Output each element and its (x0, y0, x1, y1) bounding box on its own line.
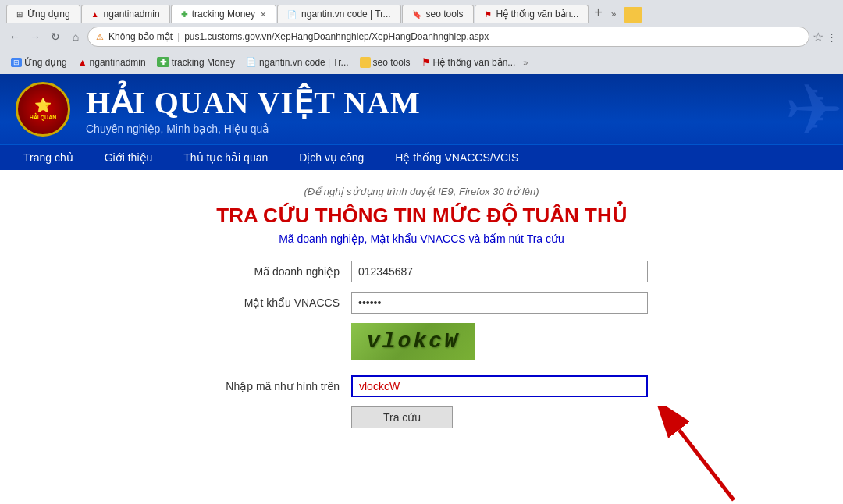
bookmark-he-thong[interactable]: ⚑ Hệ thống văn bản... (417, 55, 521, 69)
captcha-input-label: Nhập mã như hình trên (195, 380, 351, 392)
main-page-area: ⭐ HẢI QUAN HẢI QUAN VIỆT NAM Chuyên nghi… (0, 74, 843, 504)
tab-ngantin-code[interactable]: 📄 ngantin.vn code | Tr... (277, 5, 401, 23)
nav-trang-chu[interactable]: Trang chủ (8, 145, 89, 170)
browser-toolbar: ← → ↻ ⌂ ⚠ Không bảo mật | pus1.customs.g… (0, 23, 843, 51)
nav-thu-tuc[interactable]: Thủ tục hải quan (168, 145, 283, 170)
nav-vnaccs[interactable]: Hệ thống VNACCS/VCIS (379, 145, 534, 170)
tab-he-thong[interactable]: ⚑ Hệ thống văn bản... (475, 5, 589, 23)
bookmark-tracking-money[interactable]: ✚ tracking Money (152, 55, 240, 69)
more-bookmarks-icon[interactable]: » (523, 58, 528, 67)
bookmark-flag-icon: ⚑ (422, 56, 431, 68)
new-tab-button[interactable]: + (589, 3, 607, 23)
captcha-display-text: vlokcW (367, 329, 460, 353)
form-container: Mã doanh nghiệp Mật khẩu VNACCS vlokcW N… (195, 261, 648, 428)
browser-chrome: ⊞ Ứng dụng ▲ ngantinadmin ✚ tracking Mon… (0, 0, 843, 74)
bookmark-tracking-label: tracking Money (172, 57, 235, 68)
security-text: Không bảo mật (108, 31, 173, 42)
navigation-bar: Trang chủ Giới thiệu Thủ tục hải quan Dị… (0, 144, 843, 170)
ma-dn-row: Mã doanh nghiệp (195, 261, 648, 282)
submit-button[interactable]: Tra cứu (351, 406, 453, 428)
page-subtitle: Mã doanh nghiệp, Mật khẩu VNACCS và bấm … (31, 232, 812, 245)
tab-favicon-tracking: ✚ (181, 10, 187, 19)
bookmark-ung-dung[interactable]: ⊞ Ứng dụng (6, 55, 72, 69)
security-warning-icon: ⚠ (96, 32, 104, 42)
header-top: ⭐ HẢI QUAN HẢI QUAN VIỆT NAM Chuyên nghi… (0, 74, 843, 144)
bookmark-ngantinadmin-label: ngantinadmin (90, 57, 146, 68)
site-header: ⭐ HẢI QUAN HẢI QUAN VIỆT NAM Chuyên nghi… (0, 74, 843, 170)
tab-favicon-seo: 🔖 (412, 10, 422, 19)
bookmarks-bar: ⊞ Ứng dụng ▲ ngantinadmin ✚ tracking Mon… (0, 51, 843, 74)
logo: ⭐ HẢI QUAN (16, 82, 70, 137)
header-text: HẢI QUAN VIỆT NAM Chuyên nghiệp, Minh bạ… (86, 84, 827, 135)
tab-label-ngantin: ngantin.vn code | Tr... (301, 9, 391, 20)
home-button[interactable]: ⌂ (67, 28, 84, 45)
bookmark-ngantin-code[interactable]: 📄 ngantin.vn code | Tr... (241, 55, 354, 69)
mat-khau-input[interactable] (351, 292, 648, 314)
more-tabs-icon[interactable]: » (608, 5, 620, 23)
tab-label-ung-dung: Ứng dụng (27, 9, 70, 20)
tab-favicon-hethong: ⚑ (485, 10, 492, 19)
tab-seo-tools[interactable]: 🔖 seo tools (402, 5, 474, 23)
bookmark-ngantinadmin[interactable]: ▲ ngantinadmin (73, 55, 151, 69)
tab-favicon-ngantinadmin: ▲ (91, 10, 99, 19)
captcha-image-row: vlokcW (195, 323, 648, 366)
tab-ngantinadmin[interactable]: ▲ ngantinadmin (81, 5, 170, 23)
bookmark-plus-icon: ✚ (157, 57, 169, 67)
ma-dn-input[interactable] (351, 261, 648, 282)
mat-khau-row: Mật khẩu VNACCS (195, 292, 648, 314)
nav-dich-vu[interactable]: Dịch vụ công (283, 145, 379, 170)
tab-label-seo: seo tools (426, 9, 464, 20)
bookmark-grid-icon: ⊞ (11, 58, 22, 67)
ma-dn-label: Mã doanh nghiệp (195, 265, 351, 278)
tabs-bar: ⊞ Ứng dụng ▲ ngantinadmin ✚ tracking Mon… (0, 0, 843, 23)
back-button[interactable]: ← (6, 28, 23, 45)
site-subtitle: Chuyên nghiệp, Minh bạch, Hiệu quả (86, 122, 827, 135)
tab-ung-dung[interactable]: ⊞ Ứng dụng (6, 5, 80, 23)
bookmark-doc-icon: 📄 (246, 57, 257, 67)
bookmark-seo-label: seo tools (373, 57, 411, 68)
site-title: HẢI QUAN VIỆT NAM (86, 84, 827, 121)
bookmark-arrow-icon: ▲ (78, 57, 87, 68)
bookmark-seo-tools[interactable]: seo tools (355, 55, 415, 69)
bookmark-ngantin-label: ngantin.vn code | Tr... (259, 57, 349, 68)
address-bar[interactable]: ⚠ Không bảo mật | pus1.customs.gov.vn/Xe… (87, 27, 809, 47)
forward-button[interactable]: → (27, 28, 44, 45)
tab-favicon-ung-dung: ⊞ (16, 10, 23, 19)
submit-row: Tra cứu (195, 406, 648, 428)
url-text: pus1.customs.gov.vn/XepHangDoanhnghiep/X… (184, 31, 489, 42)
captcha-image: vlokcW (351, 323, 475, 360)
extensions-button[interactable]: ⋮ (827, 31, 837, 43)
page-notice: (Để nghị sử dụng trình duyệt IE9, Firefo… (31, 186, 812, 197)
bookmark-seo-icon (360, 57, 371, 68)
logo-inner: ⭐ HẢI QUAN (30, 98, 57, 121)
bookmark-ung-dung-label: Ứng dụng (24, 57, 67, 68)
bookmark-hethong-label: Hệ thống văn bản... (433, 57, 516, 68)
nav-gioi-thieu[interactable]: Giới thiệu (89, 145, 169, 170)
tab-close-tracking[interactable]: ✕ (260, 10, 266, 19)
tab-label-hethong: Hệ thống văn bản... (496, 9, 579, 20)
page-title: TRA CỨU THÔNG TIN MỨC ĐỘ TUÂN THỦ (31, 204, 812, 228)
tab-label-tracking: tracking Money (192, 9, 255, 20)
mat-khau-label: Mật khẩu VNACCS (195, 296, 351, 309)
captcha-input-row: Nhập mã như hình trên (195, 375, 648, 397)
profile-icon[interactable] (624, 7, 642, 23)
page-content: (Để nghị sử dụng trình duyệt IE9, Firefo… (0, 170, 843, 453)
bookmark-star-button[interactable]: ☆ (813, 30, 823, 44)
tab-label-ngantinadmin: ngantinadmin (104, 9, 160, 20)
reload-button[interactable]: ↻ (47, 28, 64, 45)
captcha-input[interactable] (351, 375, 648, 397)
separator: | (177, 31, 180, 42)
tab-tracking-money[interactable]: ✚ tracking Money ✕ (171, 5, 276, 23)
tab-favicon-ngantin: 📄 (287, 10, 297, 19)
